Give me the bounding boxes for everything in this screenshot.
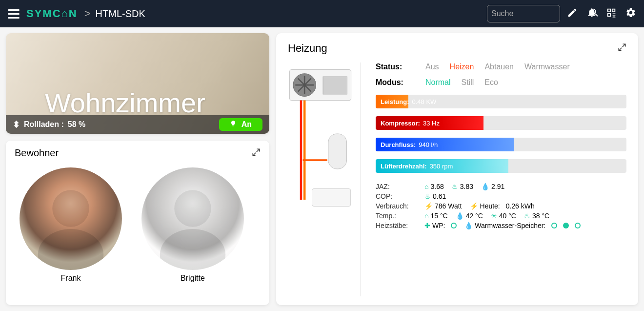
drop-icon: 💧 <box>456 212 464 220</box>
room-card[interactable]: Wohnzimmer ⬍ Rollladen : 58 % An <box>6 33 269 134</box>
svg-point-3 <box>160 229 225 270</box>
house-icon: ⌂ <box>424 212 428 220</box>
room-name: Wohnzimmer <box>45 87 205 119</box>
svg-rect-12 <box>312 189 351 207</box>
status-opt-abtauen[interactable]: Abtauen <box>484 62 514 71</box>
shutter-value: 58 % <box>68 120 85 129</box>
bulb-icon <box>230 120 237 129</box>
bar-flow: Durchfluss:940 l/h <box>376 138 626 151</box>
plus-icon: ✚ <box>424 222 430 229</box>
avatar <box>20 167 122 270</box>
sun-icon: ☀ <box>491 212 497 220</box>
bolt-icon: ⚡ <box>424 202 433 210</box>
bar-compressor: Kompressor:33 Hz <box>376 116 626 130</box>
house-icon: ⌂ <box>424 183 428 190</box>
mode-opt-still[interactable]: Still <box>462 78 474 87</box>
mode-opt-eco[interactable]: Eco <box>484 78 498 87</box>
bar-power: Leistung:0.48 KW <box>376 95 626 108</box>
residents-card: Bewohner Frank Brigitte <box>6 141 269 305</box>
heating-card: Heizung <box>276 33 638 305</box>
status-opt-aus[interactable]: Aus <box>425 62 439 71</box>
svg-rect-11 <box>328 134 347 169</box>
residents-title: Bewohner <box>15 147 59 159</box>
resident-frank[interactable]: Frank <box>20 167 122 283</box>
heating-title: Heizung <box>288 42 327 55</box>
status-circle-off-icon <box>451 223 457 228</box>
bolt-icon: ⚡ <box>470 202 478 210</box>
avatar-name: Brigitte <box>181 274 205 283</box>
rods-label: Heizstäbe: <box>376 222 420 229</box>
light-label: An <box>242 120 252 129</box>
avatar <box>141 167 244 270</box>
svg-point-0 <box>52 190 89 227</box>
status-circle-on-icon <box>563 223 569 228</box>
expand-icon[interactable] <box>252 148 261 159</box>
avatar-name: Frank <box>61 274 81 283</box>
expand-icon[interactable] <box>618 43 626 54</box>
drop-icon: 💧 <box>464 222 473 229</box>
metrics-block: JAZ: ⌂3.68 ♨3.83 💧2.91 COP: ♨0.61 <box>376 183 626 229</box>
brand-logo[interactable]: SYMC⌂N <box>26 7 78 20</box>
shutter-status[interactable]: ⬍ Rollladen : 58 % <box>13 119 85 130</box>
resident-brigitte[interactable]: Brigitte <box>141 167 244 283</box>
status-circle-off-icon <box>575 223 581 228</box>
edit-icon[interactable] <box>567 7 578 20</box>
mode-opt-normal[interactable]: Normal <box>425 78 451 87</box>
status-options: Aus Heizen Abtauen Warmwasser <box>425 62 626 71</box>
page-title: HTML-SDK <box>96 8 145 20</box>
menu-button[interactable] <box>8 9 20 19</box>
svg-point-1 <box>38 229 103 270</box>
status-label: Status: <box>376 62 420 71</box>
drop-icon: 💧 <box>481 183 489 190</box>
status-opt-heizen[interactable]: Heizen <box>450 62 474 71</box>
app-header: SYMC⌂N > HTML-SDK <box>0 0 644 27</box>
light-button[interactable]: An <box>219 118 262 131</box>
fire-icon: ♨ <box>424 192 431 200</box>
jaz-label: JAZ: <box>376 183 420 190</box>
usage-label: Verbrauch: <box>376 202 420 210</box>
heatpump-diagram <box>288 62 361 296</box>
svg-point-2 <box>174 190 211 227</box>
mode-options: Normal Still Eco <box>425 78 626 87</box>
breadcrumb: > HTML-SDK <box>84 7 145 20</box>
fire-icon: ♨ <box>524 212 530 220</box>
temp-label: Temp.: <box>376 212 420 220</box>
bell-icon[interactable] <box>586 7 597 20</box>
status-opt-warmwasser[interactable]: Warmwasser <box>524 62 570 71</box>
shutter-label: Rollladen : <box>24 120 64 129</box>
fire-icon: ♨ <box>452 183 458 190</box>
room-footer: ⬍ Rollladen : 58 % An <box>6 115 269 134</box>
svg-rect-10 <box>323 77 347 94</box>
bar-fan: Lüfterdrehzahl:350 rpm <box>376 159 626 173</box>
shutter-icon: ⬍ <box>13 119 20 130</box>
gear-icon[interactable] <box>625 7 636 20</box>
qr-icon[interactable] <box>606 7 617 20</box>
status-circle-off-icon <box>551 223 557 228</box>
search-box[interactable] <box>487 5 560 22</box>
cop-label: COP: <box>376 192 420 200</box>
chevron-right-icon: > <box>84 7 91 20</box>
mode-label: Modus: <box>376 78 420 87</box>
